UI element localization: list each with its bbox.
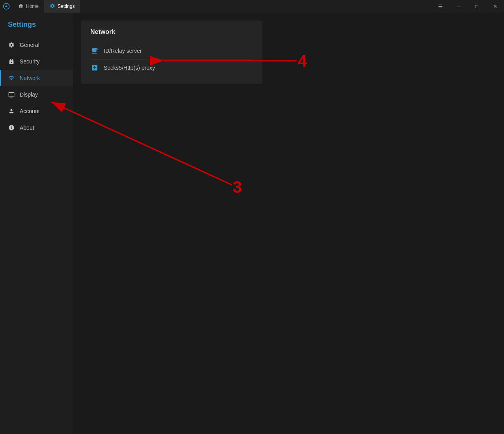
sidebar-item-about-label: About bbox=[20, 125, 34, 131]
sidebar-item-network[interactable]: Network bbox=[0, 70, 73, 86]
menu-button[interactable]: ☰ bbox=[431, 0, 450, 13]
tab-home[interactable]: Home bbox=[13, 0, 44, 13]
gear-icon bbox=[8, 41, 15, 48]
id-relay-server-label: ID/Relay server bbox=[104, 48, 142, 54]
settings-tab-icon bbox=[50, 3, 55, 10]
settings-tab-label: Settings bbox=[58, 4, 75, 9]
minimize-button[interactable]: ─ bbox=[450, 0, 468, 13]
window-controls: ☰ ─ □ ✕ bbox=[431, 0, 504, 13]
server-icon bbox=[90, 47, 99, 55]
close-button[interactable]: ✕ bbox=[486, 0, 504, 13]
sidebar-item-general-label: General bbox=[20, 42, 39, 48]
lock-icon bbox=[8, 58, 15, 65]
sidebar: Settings General Security Network Displa… bbox=[0, 13, 73, 434]
sidebar-item-display-label: Display bbox=[20, 91, 38, 98]
sidebar-title: Settings bbox=[0, 16, 73, 37]
sidebar-item-general[interactable]: General bbox=[0, 37, 73, 53]
display-icon bbox=[8, 91, 15, 98]
sidebar-item-network-label: Network bbox=[20, 75, 40, 81]
app-logo bbox=[0, 0, 13, 13]
maximize-button[interactable]: □ bbox=[468, 0, 486, 13]
sidebar-item-security[interactable]: Security bbox=[0, 53, 73, 70]
sidebar-item-display[interactable]: Display bbox=[0, 86, 73, 103]
sidebar-item-account-label: Account bbox=[20, 108, 40, 114]
home-tab-label: Home bbox=[26, 4, 39, 9]
home-tab-icon bbox=[18, 3, 24, 10]
app-body: Settings General Security Network Displa… bbox=[0, 13, 504, 434]
tab-settings[interactable]: Settings bbox=[44, 0, 80, 13]
proxy-icon bbox=[90, 63, 99, 72]
tab-bar: Home Settings bbox=[13, 0, 431, 13]
sidebar-item-security-label: Security bbox=[20, 58, 40, 65]
network-icon bbox=[8, 75, 15, 82]
socks5-proxy-label: Socks5/Http(s) proxy bbox=[104, 65, 155, 71]
id-relay-server-item[interactable]: ID/Relay server bbox=[90, 43, 253, 60]
sidebar-item-about[interactable]: About bbox=[0, 119, 73, 136]
info-icon bbox=[8, 124, 15, 131]
sidebar-item-account[interactable]: Account bbox=[0, 103, 73, 119]
network-section-title: Network bbox=[90, 28, 253, 35]
main-content: Network ID/Relay server Socks5/Http(s) p… bbox=[73, 13, 504, 434]
network-card: Network ID/Relay server Socks5/Http(s) p… bbox=[81, 20, 262, 84]
titlebar: Home Settings ☰ ─ □ ✕ bbox=[0, 0, 504, 13]
person-icon bbox=[8, 108, 15, 115]
socks5-proxy-item[interactable]: Socks5/Http(s) proxy bbox=[90, 60, 253, 76]
